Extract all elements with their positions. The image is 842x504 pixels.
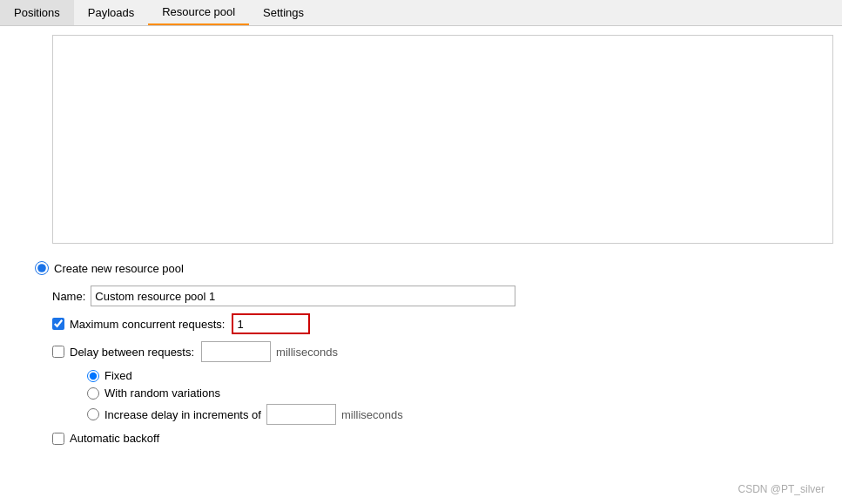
form-area: Create new resource pool Name: Maximum c… [0, 252, 842, 504]
create-pool-radio[interactable] [35, 261, 49, 275]
top-panel [52, 35, 833, 244]
name-label: Name: [52, 290, 85, 303]
main-content: Create new resource pool Name: Maximum c… [0, 26, 842, 504]
tab-positions[interactable]: Positions [0, 0, 74, 25]
create-pool-row: Create new resource pool [35, 261, 825, 275]
delay-increment-row: Increase delay in increments of millisec… [87, 404, 825, 425]
delay-increment-input[interactable] [266, 404, 336, 425]
tab-settings[interactable]: Settings [249, 0, 318, 25]
autobackoff-checkbox[interactable] [52, 433, 64, 445]
delay-fixed-row: Fixed [87, 369, 825, 382]
delay-checkbox[interactable] [52, 346, 64, 358]
delay-fixed-radio[interactable] [87, 370, 99, 382]
delay-random-row: With random variations [87, 386, 825, 400]
delay-increment-label: Increase delay in increments of [104, 408, 261, 421]
delay-increment-ms-label: milliseconds [341, 408, 403, 421]
tab-bar: Positions Payloads Resource pool Setting… [0, 0, 842, 26]
delay-fixed-label: Fixed [104, 369, 132, 382]
max-concurrent-label: Maximum concurrent requests: [70, 318, 225, 331]
delay-input[interactable] [201, 341, 271, 362]
max-concurrent-row: Maximum concurrent requests: [35, 313, 825, 334]
delay-random-label: With random variations [104, 386, 220, 400]
delay-row: Delay between requests: milliseconds [35, 341, 825, 362]
create-pool-label: Create new resource pool [54, 262, 184, 275]
autobackoff-row: Automatic backoff [35, 432, 825, 445]
delay-milliseconds-label: milliseconds [276, 346, 338, 359]
max-concurrent-input[interactable] [232, 313, 310, 334]
autobackoff-label: Automatic backoff [70, 432, 159, 445]
name-row: Name: [35, 286, 825, 306]
tab-payloads[interactable]: Payloads [74, 0, 148, 25]
delay-random-radio[interactable] [87, 387, 99, 400]
watermark: CSDN @PT_silver [738, 483, 825, 495]
name-input[interactable] [91, 286, 515, 306]
delay-label: Delay between requests: [70, 346, 194, 359]
tab-resource-pool[interactable]: Resource pool [148, 0, 249, 25]
delay-options: Fixed With random variations Increase de… [35, 369, 825, 425]
max-concurrent-checkbox[interactable] [52, 318, 64, 330]
delay-increment-radio[interactable] [87, 408, 99, 420]
